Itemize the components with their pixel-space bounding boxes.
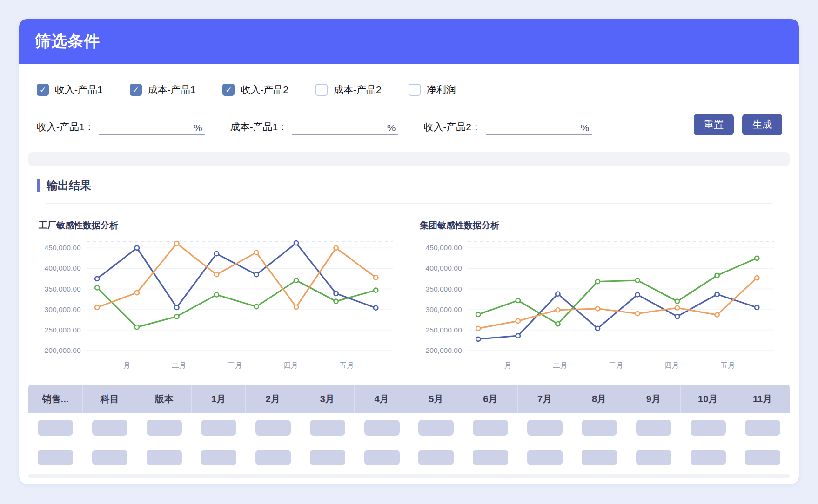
data-point-marker <box>556 322 560 326</box>
table-cell <box>83 443 137 472</box>
data-point-marker <box>755 276 759 280</box>
percent-input[interactable] <box>486 120 579 133</box>
line-series <box>97 243 376 308</box>
table-cell <box>518 443 572 472</box>
filter-checkbox-item[interactable]: ✓收入-产品2 <box>222 83 288 96</box>
output-section-header: 输出结果 <box>19 166 799 204</box>
table-cell <box>355 413 409 443</box>
data-point-marker <box>174 305 179 310</box>
skeleton-placeholder <box>636 420 671 436</box>
y-axis-tick-label: 450,000.00 <box>45 244 81 252</box>
data-point-marker <box>476 337 480 341</box>
checkbox-unchecked-icon[interactable] <box>315 84 328 96</box>
data-point-marker <box>215 272 219 277</box>
data-point-marker <box>675 314 679 318</box>
checkbox-unchecked-icon[interactable] <box>409 84 421 96</box>
table-cell <box>735 443 790 472</box>
table-body <box>28 413 790 472</box>
table-cell <box>409 413 463 443</box>
reset-button[interactable]: 重置 <box>694 114 734 135</box>
table-cell <box>137 413 192 443</box>
checkbox-checked-icon[interactable]: ✓ <box>130 84 142 96</box>
chart-block: 集团敏感性数据分析450,000.00400,000.00350,000.003… <box>417 204 782 374</box>
table-cell <box>626 413 681 443</box>
skeleton-placeholder <box>582 450 617 465</box>
data-point-marker <box>516 298 520 303</box>
line-chart: 450,000.00400,000.00350,000.00300,000.00… <box>417 234 782 374</box>
y-axis-tick-label: 200,000.00 <box>45 346 81 354</box>
input-groups: 收入-产品1：%成本-产品1：%收入-产品2：% <box>37 120 617 135</box>
skeleton-placeholder <box>636 450 671 465</box>
table-cell <box>246 413 300 443</box>
skeleton-placeholder <box>201 420 236 436</box>
checkbox-label: 收入-产品2 <box>241 83 288 96</box>
x-axis-tick-label: 一月 <box>497 361 511 369</box>
percent-input[interactable] <box>99 120 193 133</box>
table-cell <box>192 413 246 443</box>
checkbox-checked-icon[interactable]: ✓ <box>37 84 49 96</box>
y-axis-tick-label: 450,000.00 <box>426 244 462 252</box>
table-header-cell: 版本 <box>137 385 192 413</box>
table-cell <box>409 443 463 472</box>
data-point-marker <box>516 334 520 338</box>
line-series <box>97 244 376 308</box>
skeleton-placeholder <box>691 420 726 436</box>
table-header-cell: 10月 <box>681 385 735 413</box>
table-cell <box>735 413 790 443</box>
skeleton-placeholder <box>527 450 563 465</box>
data-point-marker <box>755 305 759 310</box>
data-point-marker <box>174 314 179 318</box>
checkbox-label: 收入-产品1 <box>55 83 103 96</box>
table-header-cell: 销售... <box>28 385 83 413</box>
table-header-cell: 2月 <box>246 385 300 413</box>
table-cell <box>518 413 572 443</box>
skeleton-placeholder <box>582 420 617 436</box>
data-point-marker <box>675 299 679 303</box>
data-point-marker <box>596 326 600 331</box>
skeleton-placeholder <box>310 450 345 465</box>
table-cell <box>28 413 83 443</box>
underline-input-wrap: % <box>486 120 592 135</box>
percent-suffix: % <box>193 122 205 133</box>
skeleton-placeholder <box>92 450 127 465</box>
data-point-marker <box>334 292 338 296</box>
x-axis-tick-label: 三月 <box>609 361 623 369</box>
line-series <box>97 280 376 327</box>
data-point-marker <box>635 278 639 282</box>
chart-block: 工厂敏感性数据分析450,000.00400,000.00350,000.003… <box>36 204 401 374</box>
data-point-marker <box>755 256 759 260</box>
filter-checkbox-item[interactable]: ✓收入-产品1 <box>37 83 103 96</box>
percent-input-group: 收入-产品1：% <box>37 120 205 135</box>
filter-checkbox-item[interactable]: ✓成本-产品1 <box>130 83 196 96</box>
skeleton-placeholder <box>255 450 291 465</box>
generate-button[interactable]: 生成 <box>742 114 782 135</box>
data-point-marker <box>374 288 378 292</box>
result-table-section: 销售...科目版本1月2月3月4月5月6月7月8月9月10月11月 <box>28 385 790 478</box>
section-divider-strip <box>28 152 790 166</box>
y-axis-tick-label: 350,000.00 <box>45 285 81 293</box>
table-horizontal-scrollbar[interactable] <box>28 474 790 478</box>
chart-title: 集团敏感性数据分析 <box>420 219 782 232</box>
x-axis-tick-label: 二月 <box>172 361 186 369</box>
percent-input[interactable] <box>292 120 386 133</box>
checkbox-checked-icon[interactable]: ✓ <box>222 84 235 96</box>
checkbox-label: 成本-产品2 <box>334 83 382 96</box>
page-title: 筛选条件 <box>35 31 100 52</box>
skeleton-placeholder <box>310 420 345 436</box>
x-axis-tick-label: 二月 <box>553 361 567 369</box>
data-point-marker <box>95 277 99 281</box>
table-cell <box>137 443 192 472</box>
data-point-marker <box>135 291 139 295</box>
table-header-cell: 1月 <box>192 385 246 413</box>
table-cell <box>572 413 627 443</box>
y-axis-tick-label: 250,000.00 <box>426 326 462 334</box>
table-header-cell: 科目 <box>83 385 137 413</box>
data-point-marker <box>374 275 378 279</box>
filter-checkbox-item[interactable]: 净利润 <box>409 83 456 96</box>
filter-checkbox-item[interactable]: 成本-产品2 <box>315 83 382 96</box>
y-axis-tick-label: 200,000.00 <box>426 346 462 354</box>
data-point-marker <box>715 313 719 317</box>
table-header-cell: 5月 <box>409 385 463 413</box>
data-point-marker <box>596 306 600 311</box>
table-cell <box>300 443 355 472</box>
